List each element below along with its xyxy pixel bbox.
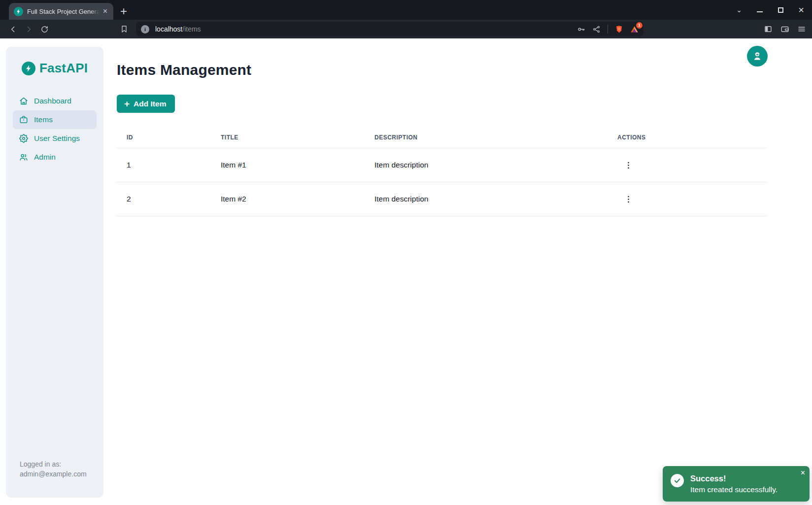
- url-bar[interactable]: i localhost/items 1: [136, 22, 643, 36]
- sidebar-item-dashboard[interactable]: Dashboard: [13, 92, 97, 110]
- app-page: FastAPI Dashboard Items User Settings Ad…: [0, 38, 812, 505]
- window-maximize-icon[interactable]: [777, 6, 784, 14]
- sidebar-item-items[interactable]: Items: [13, 110, 97, 129]
- add-item-label: Add Item: [134, 100, 166, 108]
- page-title: Items Management: [117, 62, 812, 78]
- url-text[interactable]: localhost/items: [155, 25, 577, 33]
- cell-description: Item description: [365, 148, 608, 182]
- share-icon[interactable]: [592, 25, 601, 34]
- person-icon: [751, 50, 763, 62]
- url-host: localhost: [155, 25, 182, 33]
- users-icon: [19, 153, 28, 162]
- check-circle-icon: [671, 474, 684, 487]
- cell-id: 1: [117, 148, 211, 182]
- sidebar-item-label: Items: [34, 115, 53, 124]
- divider: [608, 25, 608, 34]
- table-header-row: ID TITLE DESCRIPTION ACTIONS: [117, 127, 766, 148]
- new-tab-button[interactable]: +: [120, 5, 127, 17]
- logged-in-label: Logged in as:: [20, 459, 87, 469]
- cell-title: Item #2: [211, 182, 365, 216]
- success-toast: Success! Item created successfully. ×: [663, 466, 810, 502]
- menu-hamburger-icon[interactable]: [797, 25, 806, 34]
- reload-icon[interactable]: [37, 22, 51, 36]
- main-content: Items Management + Add Item ID TITLE DES…: [117, 38, 812, 216]
- cell-description: Item description: [365, 182, 608, 216]
- rewards-badge: 1: [636, 22, 643, 29]
- header-actions: ACTIONS: [608, 127, 766, 148]
- sidebar: FastAPI Dashboard Items User Settings Ad…: [6, 47, 103, 498]
- wallet-icon[interactable]: [780, 25, 789, 34]
- sidebar-item-user-settings[interactable]: User Settings: [13, 129, 97, 148]
- header-title: TITLE: [211, 127, 365, 148]
- forward-icon: [22, 22, 35, 36]
- briefcase-icon: [19, 115, 28, 124]
- fastapi-logo: FastAPI: [13, 61, 97, 76]
- sidebar-item-admin[interactable]: Admin: [13, 148, 97, 167]
- window-minimize-icon[interactable]: [756, 6, 764, 14]
- key-icon[interactable]: [577, 25, 585, 34]
- tab-title: Full Stack Project Genera: [27, 8, 101, 15]
- site-info-icon[interactable]: i: [141, 25, 149, 34]
- header-description: DESCRIPTION: [365, 127, 608, 148]
- fastapi-favicon-icon: [14, 7, 23, 16]
- toast-close-icon[interactable]: ×: [801, 469, 805, 477]
- window-menu-chevron-icon[interactable]: ⌄: [735, 6, 743, 14]
- bookmark-icon[interactable]: [117, 22, 131, 36]
- toast-message: Item created successfully.: [690, 484, 778, 495]
- window-close-icon[interactable]: ×: [797, 6, 805, 14]
- user-avatar-button[interactable]: [747, 46, 768, 67]
- table-row: 2 Item #2 Item description: [117, 182, 766, 216]
- logged-in-email: admin@example.com: [20, 469, 87, 479]
- table-row: 1 Item #1 Item description: [117, 148, 766, 182]
- browser-tab-bar: Full Stack Project Genera × + ⌄ ×: [0, 0, 812, 20]
- brave-rewards-icon[interactable]: 1: [630, 25, 639, 34]
- plus-icon: +: [124, 99, 130, 108]
- header-id: ID: [117, 127, 211, 148]
- fastapi-logo-text: FastAPI: [39, 61, 88, 76]
- brave-shield-icon[interactable]: [615, 25, 623, 34]
- cell-title: Item #1: [211, 148, 365, 182]
- logged-in-info: Logged in as: admin@example.com: [20, 459, 87, 479]
- row-actions-kebab-icon[interactable]: [621, 158, 635, 172]
- sidebar-item-label: User Settings: [34, 134, 80, 143]
- back-icon[interactable]: [6, 22, 20, 36]
- gear-icon: [19, 134, 28, 143]
- sidebar-item-label: Dashboard: [34, 97, 71, 105]
- tab-close-icon[interactable]: ×: [101, 6, 109, 16]
- fastapi-bolt-icon: [22, 62, 35, 75]
- toast-title: Success!: [690, 472, 778, 484]
- add-item-button[interactable]: + Add Item: [117, 95, 175, 113]
- sidebar-toggle-icon[interactable]: [764, 25, 773, 34]
- sidebar-item-label: Admin: [34, 153, 56, 162]
- row-actions-kebab-icon[interactable]: [621, 192, 635, 206]
- items-table: ID TITLE DESCRIPTION ACTIONS 1 Item #1 I…: [117, 127, 766, 216]
- url-path: /items: [182, 25, 201, 33]
- browser-tab[interactable]: Full Stack Project Genera ×: [9, 3, 113, 20]
- cell-id: 2: [117, 182, 211, 216]
- home-icon: [19, 97, 28, 105]
- browser-toolbar: i localhost/items 1: [0, 20, 812, 38]
